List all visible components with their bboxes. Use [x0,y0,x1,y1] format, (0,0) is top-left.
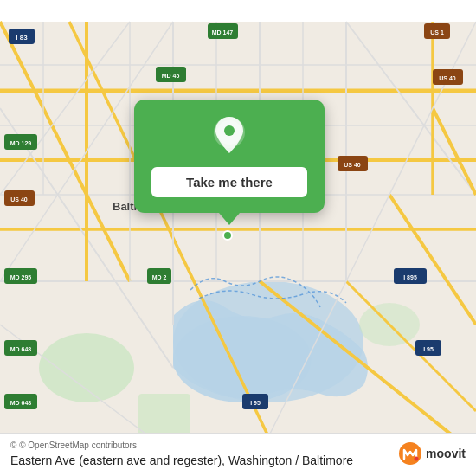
svg-text:I 95: I 95 [250,400,261,406]
take-me-there-button[interactable]: Take me there [151,167,307,197]
location-icon-wrap [207,113,252,158]
destination-pin [221,228,235,246]
map-attribution: © © OpenStreetMap contributors [10,441,466,450]
svg-text:MD 45: MD 45 [162,73,180,79]
svg-text:MD 147: MD 147 [212,29,234,35]
svg-text:I 895: I 895 [403,274,417,280]
popup-card: Take me there [134,100,325,213]
svg-text:I 95: I 95 [423,346,434,352]
moovit-brand-icon [398,441,422,466]
map-container: I 83 MD 147 US 1 MD 45 MD 2 MD 129 US 40… [0,0,476,476]
attribution-text: © OpenStreetMap contributors [19,441,137,450]
svg-point-70 [223,231,232,240]
svg-text:US 40: US 40 [439,75,456,81]
svg-text:MD 648: MD 648 [10,400,32,406]
svg-text:MD 129: MD 129 [10,140,32,146]
moovit-brand-text: moovit [426,447,466,460]
bottom-bar: © © OpenStreetMap contributors Eastern A… [0,433,476,476]
svg-text:US 40: US 40 [344,162,361,168]
svg-point-69 [224,125,235,136]
svg-text:MD 2: MD 2 [152,274,167,280]
svg-text:MD 295: MD 295 [10,274,32,280]
svg-rect-4 [138,394,190,437]
svg-text:MD 648: MD 648 [10,346,32,352]
map-background: I 83 MD 147 US 1 MD 45 MD 2 MD 129 US 40… [0,0,476,476]
svg-text:US 1: US 1 [430,29,444,35]
map-pin-icon [209,113,250,158]
svg-point-3 [39,333,134,402]
copyright-symbol: © [10,441,16,450]
svg-text:US 40: US 40 [10,196,28,203]
location-name: Eastern Ave (eastern ave and regester), … [10,453,353,467]
moovit-logo: moovit [398,441,466,466]
svg-point-72 [415,457,419,461]
svg-text:I 83: I 83 [16,34,28,42]
